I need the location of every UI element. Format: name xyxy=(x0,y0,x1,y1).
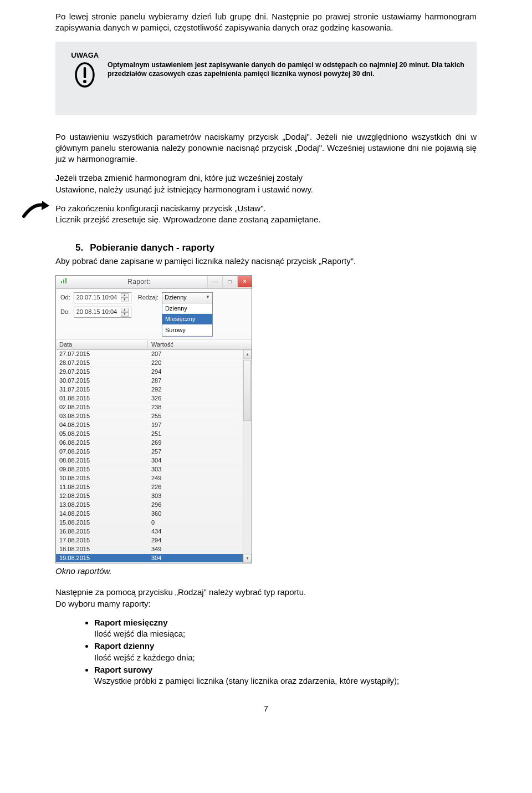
cell-value: 304 xyxy=(148,456,243,465)
table-row[interactable]: 01.08.2015326 xyxy=(56,394,243,403)
table-row[interactable]: 11.08.2015226 xyxy=(56,483,243,492)
table-row[interactable]: 19.08.2015304 xyxy=(56,554,243,563)
cell-value: 434 xyxy=(148,527,243,536)
cell-data: 31.07.2015 xyxy=(56,385,148,394)
cell-value: 294 xyxy=(148,536,243,545)
table-row[interactable]: 04.08.2015197 xyxy=(56,421,243,430)
option-title: Raport miesięczny xyxy=(94,618,168,627)
intro-paragraph: Po lewej stronie panelu wybieramy dzień … xyxy=(55,11,477,34)
table-row[interactable]: 29.07.2015294 xyxy=(56,368,243,377)
scroll-down-button[interactable]: ▼ xyxy=(243,554,252,563)
cell-value: 326 xyxy=(148,394,243,403)
table-row[interactable]: 06.08.2015269 xyxy=(56,439,243,448)
od-datetime-input[interactable]: 20.07.15 10:04 ▲▼ xyxy=(74,292,131,303)
table-row[interactable]: 12.08.2015303 xyxy=(56,492,243,501)
table-row[interactable]: 31.07.2015292 xyxy=(56,385,243,394)
do-label: Do: xyxy=(60,307,70,318)
maximize-button[interactable]: □ xyxy=(222,276,237,287)
cell-value: 0 xyxy=(148,518,243,527)
table-row[interactable]: 28.07.2015220 xyxy=(56,359,243,368)
table-row[interactable]: 03.08.2015255 xyxy=(56,412,243,421)
cell-data: 17.08.2015 xyxy=(56,536,148,545)
col-wartosc[interactable]: Wartość xyxy=(148,340,252,349)
od-label: Od: xyxy=(60,292,70,303)
table-row[interactable]: 07.08.2015257 xyxy=(56,448,243,456)
cell-data: 13.08.2015 xyxy=(56,501,148,509)
od-value: 20.07.15 10:04 xyxy=(76,292,117,303)
cell-data: 11.08.2015 xyxy=(56,483,148,491)
cell-data: 04.08.2015 xyxy=(56,421,148,429)
list-item: Raport miesięcznyIlość wejść dla miesiąc… xyxy=(94,617,477,640)
table-row[interactable]: 30.07.2015287 xyxy=(56,377,243,385)
option-sub: Wszystkie próbki z pamięci licznika (sta… xyxy=(94,675,477,687)
filter-row: Od: Do: 20.07.15 10:04 ▲▼ 20.08.15 10:04… xyxy=(56,289,252,339)
cell-value: 207 xyxy=(148,350,243,358)
table-row[interactable]: 18.08.2015349 xyxy=(56,545,243,554)
od-spinner[interactable]: ▲▼ xyxy=(121,293,129,302)
table-row[interactable]: 02.08.2015238 xyxy=(56,403,243,412)
exclamation-icon xyxy=(74,62,95,88)
option-title: Raport surowy xyxy=(94,665,152,674)
cell-value: 292 xyxy=(148,385,243,394)
cell-data: 27.07.2015 xyxy=(56,350,148,358)
cell-value: 197 xyxy=(148,421,243,429)
do-datetime-input[interactable]: 20.08.15 10:04 ▲▼ xyxy=(74,307,131,318)
warning-text: Optymalnym ustawieniem jest zapisywanie … xyxy=(102,50,464,79)
svg-rect-4 xyxy=(63,279,64,283)
scroll-up-button[interactable]: ▲ xyxy=(243,350,252,359)
list-item: Raport dziennyIlość wejść z każdego dnia… xyxy=(94,640,477,663)
option-title: Raport dzienny xyxy=(94,641,154,650)
cell-data: 29.07.2015 xyxy=(56,368,148,376)
cell-value: 303 xyxy=(148,492,243,500)
cell-value: 294 xyxy=(148,368,243,376)
rodzaj-option[interactable]: Miesięczny xyxy=(162,314,212,325)
table-row[interactable]: 10.08.2015249 xyxy=(56,474,243,483)
table-row[interactable]: 08.08.2015304 xyxy=(56,456,243,465)
minimize-button[interactable]: — xyxy=(207,276,222,287)
vertical-scrollbar[interactable]: ▲ ▼ xyxy=(243,350,252,563)
cell-data: 06.08.2015 xyxy=(56,439,148,447)
col-data[interactable]: Data xyxy=(56,340,148,349)
rodzaj-select[interactable]: Dzienny ▼ xyxy=(162,292,213,303)
table-row[interactable]: 27.07.2015207 xyxy=(56,350,243,359)
cell-value: 360 xyxy=(148,510,243,518)
cell-data: 10.08.2015 xyxy=(56,474,148,482)
cell-data: 03.08.2015 xyxy=(56,412,148,420)
cell-value: 226 xyxy=(148,483,243,491)
svg-rect-3 xyxy=(61,281,62,283)
rodzaj-option[interactable]: Dzienny xyxy=(162,303,212,314)
report-window: Raport: — □ × Od: Do: 20.07.15 10:04 ▲▼ … xyxy=(55,275,252,564)
pointer-arrow-icon xyxy=(22,200,50,218)
table-row[interactable]: 14.08.2015360 xyxy=(56,510,243,518)
do-value: 20.08.15 10:04 xyxy=(76,307,117,318)
cell-value: 296 xyxy=(148,501,243,509)
cell-data: 18.08.2015 xyxy=(56,545,148,553)
cell-data: 07.08.2015 xyxy=(56,448,148,456)
table-row[interactable]: 05.08.2015251 xyxy=(56,430,243,439)
section-heading: 5.Pobieranie danych - raporty xyxy=(75,242,477,255)
table-row[interactable]: 17.08.2015294 xyxy=(56,536,243,545)
option-sub: Ilość wejść z każdego dnia; xyxy=(94,652,477,663)
cell-data: 12.08.2015 xyxy=(56,492,148,500)
table-row[interactable]: 13.08.2015296 xyxy=(56,501,243,510)
ustaw-paragraph: Po zakończeniu konfiguracji naciskamy pr… xyxy=(55,203,477,226)
rodzaj-option[interactable]: Surowy xyxy=(162,325,212,336)
close-button[interactable]: × xyxy=(237,276,252,287)
svg-point-2 xyxy=(83,80,86,83)
table-row[interactable]: 09.08.2015303 xyxy=(56,465,243,474)
cell-data: 15.08.2015 xyxy=(56,518,148,527)
rodzaj-label: Rodzaj: xyxy=(138,292,158,303)
grid-scrollarea: 27.07.201520728.07.201522029.07.20152943… xyxy=(56,350,252,563)
scroll-thumb[interactable] xyxy=(243,360,251,421)
table-row[interactable]: 16.08.2015434 xyxy=(56,527,243,536)
cell-data: 01.08.2015 xyxy=(56,394,148,403)
cell-data: 08.08.2015 xyxy=(56,456,148,465)
cell-value: 303 xyxy=(148,465,243,474)
do-spinner[interactable]: ▲▼ xyxy=(121,308,129,317)
table-row[interactable]: 15.08.20150 xyxy=(56,518,243,527)
cell-data: 30.07.2015 xyxy=(56,377,148,385)
next-paragraph: Następnie za pomocą przycisku „Rodzaj" n… xyxy=(55,587,477,609)
rodzaj-dropdown: DziennyMiesięcznySurowy xyxy=(162,303,213,337)
chevron-down-icon: ▼ xyxy=(206,294,210,301)
cell-value: 287 xyxy=(148,377,243,385)
